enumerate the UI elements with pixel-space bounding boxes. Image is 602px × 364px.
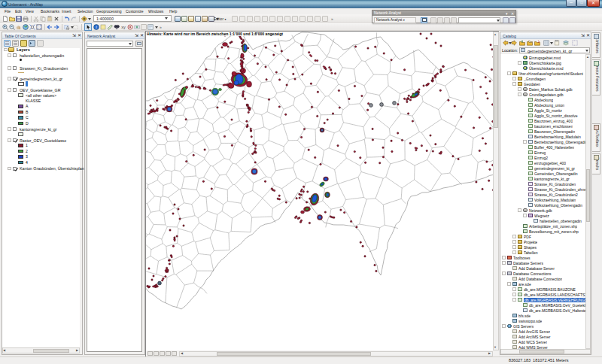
svg-text:xy: xy xyxy=(121,25,126,29)
